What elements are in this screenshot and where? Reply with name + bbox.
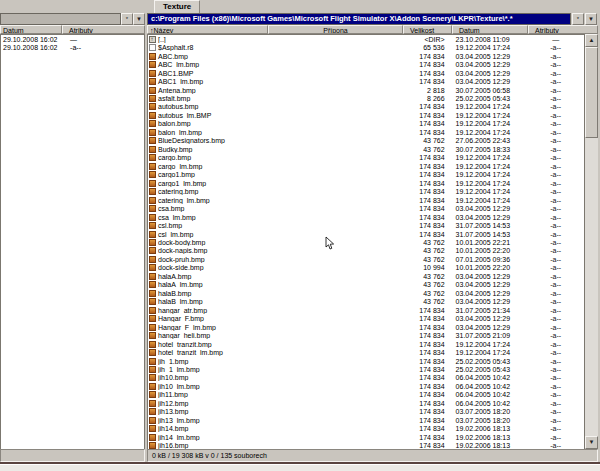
- file-row[interactable]: catering.bmp 174 834 19.12.2004 17:24 -a…: [148, 187, 584, 195]
- file-row[interactable]: jih10_lm.bmp 174 834 06.04.2005 10:42 -a…: [148, 382, 584, 390]
- file-row[interactable]: csa.bmp 174 834 03.04.2005 12:29 -a--: [148, 204, 584, 212]
- file-row[interactable]: jih14.bmp 174 834 19.02.2006 18:13 -a--: [148, 425, 584, 433]
- file-attr: -a--: [527, 44, 584, 51]
- file-size: 174 834: [403, 61, 452, 68]
- file-row[interactable]: ABC1.BMP 174 834 03.04.2005 12:29 -a--: [148, 69, 584, 77]
- file-row[interactable]: cargo.bmp 174 834 19.12.2004 17:24 -a--: [148, 154, 584, 162]
- file-row[interactable]: jih13.bmp 174 834 03.07.2005 18:20 -a--: [148, 408, 584, 416]
- command-line[interactable]: [0, 464, 600, 471]
- file-row[interactable]: jih13_lm.bmp 174 834 03.07.2005 18:20 -a…: [148, 416, 584, 424]
- file-row[interactable]: Hangar_F_lm.bmp 174 834 03.04.2005 12:29…: [148, 323, 584, 331]
- file-row[interactable]: balon.bmp 174 834 19.12.2004 17:24 -a--: [148, 120, 584, 128]
- file-name: dock-body.bmp: [158, 239, 205, 246]
- file-row[interactable]: jih14_lm.bmp 174 834 19.02.2006 18:13 -a…: [148, 433, 584, 441]
- file-row[interactable]: csa_lm.bmp 174 834 03.04.2005 12:29 -a--: [148, 213, 584, 221]
- file-size: 43 762: [403, 239, 452, 246]
- file-row[interactable]: cargo1.bmp 174 834 19.12.2004 17:24 -a--: [148, 171, 584, 179]
- file-name: balon_lm.bmp: [158, 129, 202, 136]
- file-row[interactable]: [..] <DIR> 23.10.2008 11:09 —: [148, 35, 584, 43]
- file-row[interactable]: autobus.bmp 174 834 19.12.2004 17:24 -a-…: [148, 103, 584, 111]
- file-icon: [149, 163, 156, 170]
- file-name: jih13.bmp: [158, 408, 188, 415]
- scroll-down-icon[interactable]: ▼: [585, 436, 598, 449]
- file-row[interactable]: catering_lm.bmp 174 834 19.12.2004 17:24…: [148, 196, 584, 204]
- left-path-bar[interactable]: [0, 13, 121, 25]
- file-size: <DIR>: [403, 36, 452, 43]
- file-row[interactable]: 29.10.2008 16:02 —: [1, 35, 144, 43]
- file-date: 27.06.2005 22:43: [452, 137, 528, 144]
- left-file-list[interactable]: 29.10.2008 16:02 — 29.10.2008 16:02 -a--: [0, 34, 145, 450]
- file-row[interactable]: jih12.bmp 174 834 06.04.2005 10:42 -a--: [148, 399, 584, 407]
- file-row[interactable]: cargo1_lm.bmp 174 834 19.12.2004 17:24 -…: [148, 179, 584, 187]
- file-icon: [149, 425, 156, 432]
- file-row[interactable]: Budky.bmp 43 762 30.07.2005 18:33 -a--: [148, 145, 584, 153]
- file-row[interactable]: ABC1_lm.bmp 174 834 03.04.2005 12:29 -a-…: [148, 77, 584, 85]
- left-history-dropdown-icon[interactable]: ▼: [133, 13, 145, 25]
- file-row[interactable]: autobus_lm.BMP 174 834 19.12.2004 17:24 …: [148, 111, 584, 119]
- file-row[interactable]: csl.bmp 174 834 31.07.2005 14:53 -a--: [148, 221, 584, 229]
- file-row[interactable]: jih10.bmp 174 834 06.04.2005 10:42 -a--: [148, 374, 584, 382]
- file-attr: -a--: [527, 87, 584, 94]
- scroll-up-icon[interactable]: ▲: [585, 34, 598, 47]
- file-row[interactable]: hangar_heli.bmp 174 834 31.07.2005 21:09…: [148, 331, 584, 339]
- right-scrollbar[interactable]: ▲ ▼: [585, 34, 598, 449]
- file-size: 174 834: [403, 197, 452, 204]
- file-row[interactable]: 29.10.2008 16:02 -a--: [1, 43, 144, 51]
- file-row[interactable]: ABC_lm.bmp 174 834 03.04.2005 12:29 -a--: [148, 60, 584, 68]
- file-row[interactable]: ABC.bmp 174 834 03.04.2005 12:29 -a--: [148, 52, 584, 60]
- right-header-nazev[interactable]: ↑Název: [147, 25, 268, 34]
- right-history-dropdown-icon[interactable]: ▼: [585, 13, 597, 25]
- file-row[interactable]: dock-side.bmp 10 994 10.01.2005 22:20 -a…: [148, 264, 584, 272]
- file-row[interactable]: halaB_lm.bmp 43 762 03.04.2005 12:29 -a-…: [148, 298, 584, 306]
- file-name: ABC_lm.bmp: [158, 61, 199, 68]
- file-row[interactable]: jih11.bmp 174 834 06.04.2005 10:42 -a--: [148, 391, 584, 399]
- tab-texture[interactable]: Texture: [154, 0, 200, 13]
- file-row[interactable]: csl_lm.bmp 174 834 31.07.2005 14:53 -a--: [148, 230, 584, 238]
- file-row[interactable]: hangar_atr.bmp 174 834 31.07.2005 21:34 …: [148, 306, 584, 314]
- scrollbar-thumb[interactable]: [585, 47, 598, 138]
- file-size: 174 834: [403, 332, 452, 339]
- file-row[interactable]: halaA.bmp 43 762 03.04.2005 12:29 -a--: [148, 272, 584, 280]
- file-row[interactable]: halaA_lm.bmp 43 762 03.04.2005 12:29 -a-…: [148, 281, 584, 289]
- right-path-bar[interactable]: c:\Program Files (x86)\Microsoft Games\M…: [147, 13, 571, 25]
- right-favorites-button[interactable]: *: [572, 13, 584, 25]
- file-icon: [149, 197, 156, 204]
- file-size: 174 834: [403, 222, 452, 229]
- file-date: 03.04.2005 12:29: [452, 273, 528, 280]
- file-row[interactable]: hotel_tranzit_lm.bmp 174 834 19.12.2004 …: [148, 348, 584, 356]
- right-header-atributy[interactable]: Atributy: [528, 25, 598, 34]
- file-date: 31.07.2005 14:53: [452, 231, 528, 238]
- file-row[interactable]: balon_lm.bmp 174 834 19.12.2004 17:24 -a…: [148, 128, 584, 136]
- file-row[interactable]: dock-pruh.bmp 43 762 07.01.2005 09:36 -a…: [148, 255, 584, 263]
- left-column-headers: Datum Atributy: [0, 25, 145, 34]
- right-file-list[interactable]: [..] <DIR> 23.10.2008 11:09 — $Asphalt.r…: [147, 34, 585, 450]
- file-name: cargo.bmp: [158, 154, 191, 161]
- file-icon: [149, 146, 156, 153]
- file-row[interactable]: dock-napis.bmp 43 762 10.01.2005 22:20 -…: [148, 247, 584, 255]
- right-header-datum[interactable]: Datum: [452, 25, 528, 34]
- file-row[interactable]: halaB.bmp 43 762 03.04.2005 12:29 -a--: [148, 289, 584, 297]
- file-row[interactable]: jih_1.bmp 174 834 25.02.2005 05:43 -a--: [148, 357, 584, 365]
- file-icon: [149, 95, 156, 102]
- file-icon: [149, 78, 156, 85]
- file-row[interactable]: Hangar_F.bmp 174 834 03.04.2005 12:29 -a…: [148, 314, 584, 322]
- file-attr: -a--: [527, 78, 584, 85]
- file-row[interactable]: BlueDesignators.bmp 43 762 27.06.2005 22…: [148, 137, 584, 145]
- file-date: 03.04.2005 12:29: [452, 290, 528, 297]
- file-attr: -a--: [527, 137, 584, 144]
- file-name: ABC.bmp: [158, 53, 188, 60]
- right-header-pripona[interactable]: Přípona: [268, 25, 403, 34]
- file-row[interactable]: jih_1_lm.bmp 174 834 25.02.2005 05:43 -a…: [148, 365, 584, 373]
- left-favorites-button[interactable]: *: [121, 13, 133, 25]
- file-row[interactable]: $Asphalt.r8 65 536 19.12.2004 17:24 -a--: [148, 43, 584, 51]
- left-header-atributy[interactable]: Atributy: [62, 25, 145, 34]
- right-header-velikost[interactable]: Velikost: [403, 25, 452, 34]
- file-row[interactable]: cargo_lm.bmp 174 834 19.12.2004 17:24 -a…: [148, 162, 584, 170]
- file-row[interactable]: dock-body.bmp 43 762 10.01.2005 22:21 -a…: [148, 238, 584, 246]
- file-row[interactable]: hotel_tranzit.bmp 174 834 19.12.2004 17:…: [148, 340, 584, 348]
- left-header-datum[interactable]: Datum: [0, 25, 62, 34]
- file-size: 174 834: [403, 112, 452, 119]
- file-date: 03.04.2005 12:29: [452, 281, 528, 288]
- file-row[interactable]: asfalt.bmp 8 266 25.02.2005 05:43 -a--: [148, 94, 584, 102]
- file-row[interactable]: Antena.bmp 2 818 30.07.2005 06:58 -a--: [148, 86, 584, 94]
